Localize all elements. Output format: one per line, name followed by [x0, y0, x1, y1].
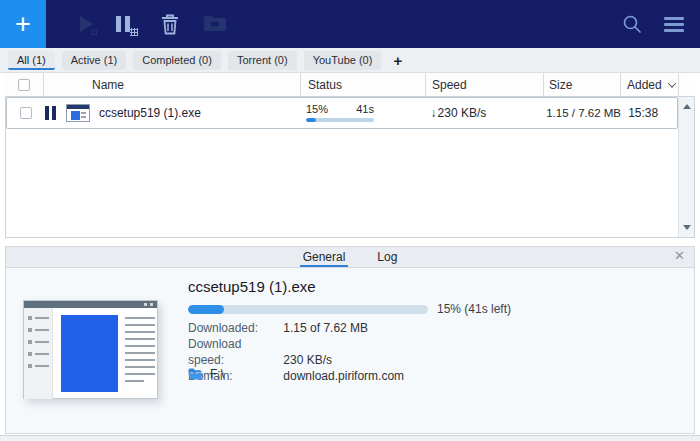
delete-button[interactable] [154, 8, 186, 40]
row-progress-percent: 15% [306, 103, 328, 115]
select-all-cell [5, 73, 43, 96]
downloads-list: ccsetup519 (1).exe 15% 41s ↓ 230 KB/s 1.… [5, 96, 695, 238]
download-arrow-icon: ↓ [431, 106, 437, 120]
column-header-name[interactable]: Name [43, 73, 300, 96]
row-progress-fill [306, 118, 316, 122]
details-progress-fill [188, 305, 224, 314]
row-added-cell: 15:38 [620, 98, 677, 128]
details-progress-bar [188, 305, 428, 314]
row-speed: 230 KB/s [438, 106, 487, 120]
row-status-cell: 15% 41s [301, 98, 426, 128]
play-icon [80, 16, 93, 32]
tab-log[interactable]: Log [374, 248, 400, 267]
row-file-name: ccsetup519 (1).exe [99, 106, 201, 120]
details-general-content: ccsetup519 (1).exe 15% (41s left) Downlo… [6, 268, 694, 433]
window-bottom-edge [0, 435, 700, 441]
select-all-checkbox[interactable] [18, 79, 30, 91]
row-eta: 41s [356, 103, 374, 115]
header-filler [678, 73, 695, 96]
row-checkbox[interactable] [20, 107, 32, 119]
search-button[interactable] [616, 8, 648, 40]
row-pause-icon[interactable] [45, 106, 56, 120]
trash-icon [160, 13, 180, 35]
filter-tab-bar: All (1) Active (1) Completed (0) Torrent… [0, 48, 700, 73]
blue-folder-icon [188, 368, 203, 380]
row-size-cell: 1.15 / 7.62 MB [543, 98, 620, 128]
details-file-name: ccsetup519 (1).exe [188, 278, 316, 295]
preview-blue-panel [61, 315, 118, 392]
play-modifier-icon [92, 30, 97, 35]
filter-tab-all[interactable]: All (1) [8, 51, 55, 70]
pause-modifier-icon [130, 28, 138, 36]
table-header: Name Status Speed Size Added [5, 73, 695, 96]
folder-icon [203, 15, 227, 33]
resume-button[interactable] [69, 8, 101, 40]
column-header-added[interactable]: Added [620, 73, 678, 96]
preview-sidebar [24, 308, 53, 399]
download-manager-window: + [0, 0, 700, 441]
pause-button[interactable] [109, 8, 141, 40]
tab-general[interactable]: General [300, 248, 349, 267]
column-header-status[interactable]: Status [300, 73, 425, 96]
open-folder-button[interactable] [199, 8, 231, 40]
search-icon [622, 14, 642, 34]
filter-tab-active[interactable]: Active (1) [62, 51, 126, 70]
add-download-button[interactable]: + [0, 0, 46, 48]
close-icon: ✕ [674, 248, 685, 263]
details-progress-label: 15% (41s left) [437, 302, 511, 316]
preview-window-titlebar [24, 301, 157, 308]
close-panel-button[interactable]: ✕ [674, 249, 685, 262]
field-downloaded: Downloaded: 1.15 of 7.62 MB [188, 320, 404, 336]
download-row[interactable]: ccsetup519 (1).exe 15% 41s ↓ 230 KB/s 1.… [6, 97, 678, 129]
row-progress-bar [306, 118, 374, 122]
filter-tab-torrent[interactable]: Torrent (0) [228, 51, 297, 70]
scroll-up-icon[interactable] [683, 104, 691, 109]
row-speed-cell: ↓ 230 KB/s [426, 98, 544, 128]
sort-descending-icon [667, 79, 675, 87]
details-progress-row: 15% (41s left) [188, 302, 511, 316]
field-download-speed: Download speed: 230 KB/s [188, 336, 404, 368]
details-tab-bar: General Log ✕ [6, 247, 694, 268]
details-panel: General Log ✕ [5, 246, 695, 434]
scroll-down-icon[interactable] [683, 225, 691, 230]
column-header-size[interactable]: Size [543, 73, 620, 96]
preview-text-lines [125, 317, 155, 387]
menu-button[interactable] [658, 8, 690, 40]
hamburger-menu-icon [664, 17, 684, 20]
filter-tab-completed[interactable]: Completed (0) [133, 51, 221, 70]
filter-tab-youtube[interactable]: YouTube (0) [304, 51, 382, 70]
add-filter-tab-button[interactable]: + [388, 53, 407, 68]
column-header-speed[interactable]: Speed [425, 73, 543, 96]
download-location[interactable]: F:\ [188, 367, 224, 381]
exe-file-icon [66, 104, 90, 122]
location-path: F:\ [210, 367, 224, 381]
table-scrollbar[interactable] [678, 97, 694, 237]
file-preview-thumbnail [23, 300, 158, 399]
pause-icon [116, 16, 130, 32]
toolbar: + [0, 0, 700, 48]
